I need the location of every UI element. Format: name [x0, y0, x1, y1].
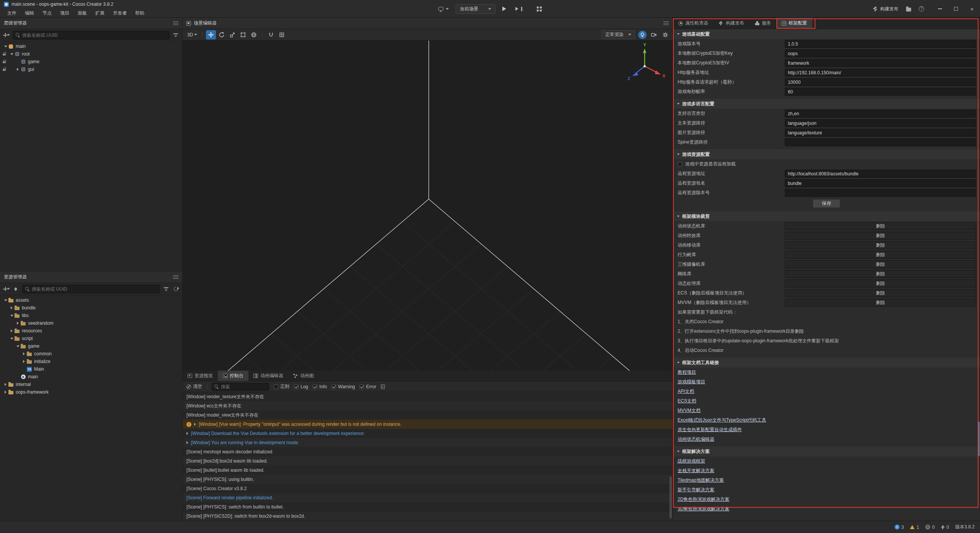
doc-link[interactable]: 新手引导解决方案	[678, 487, 714, 492]
doc-link[interactable]: 原生包热更新配置自动生成插件	[678, 427, 742, 432]
tab-framework-config[interactable]: 框架配置	[776, 18, 812, 29]
hierarchy-item-gui[interactable]: gui	[0, 65, 182, 73]
log-row[interactable]: [Window] ecs文件夹不存在	[183, 401, 673, 410]
asset-item-common[interactable]: common	[0, 350, 182, 358]
expand-arrow-icon[interactable]	[186, 441, 188, 444]
tab-service[interactable]: 服务	[750, 18, 776, 29]
field-input[interactable]: 1.0.5	[785, 40, 976, 48]
doc-link[interactable]: 2D角色扮演游戏解决方案	[678, 497, 729, 502]
assets-refresh-button[interactable]	[172, 286, 179, 293]
expand-arrow-icon[interactable]	[9, 306, 14, 309]
tool-rotate-button[interactable]	[217, 30, 227, 39]
doc-link[interactable]: MVVM文档	[678, 408, 701, 413]
delete-button[interactable]: 删除	[785, 222, 976, 230]
create-asset-button[interactable]	[3, 286, 10, 293]
upload-counter[interactable]: 0	[941, 525, 949, 530]
delete-button[interactable]: 删除	[785, 270, 976, 278]
doc-link[interactable]: API文档	[678, 389, 694, 394]
render-mode-selector[interactable]: 正常渲染	[601, 30, 635, 39]
asset-item-seedrandom[interactable]: seedrandom	[0, 319, 182, 327]
play-button[interactable]	[500, 5, 508, 13]
expand-arrow-icon[interactable]	[3, 299, 8, 301]
console-search-input[interactable]	[212, 383, 269, 391]
preview-scene-selector[interactable]: 当前场景	[456, 4, 495, 14]
help-button[interactable]: ?	[916, 5, 926, 13]
assets-menu-icon[interactable]	[173, 274, 178, 280]
expand-arrow-icon[interactable]	[21, 360, 26, 363]
asset-item-libs[interactable]: libs	[0, 312, 182, 319]
warning-counter[interactable]: 1	[910, 525, 919, 530]
asset-item-main[interactable]: main	[0, 373, 182, 381]
expand-arrow-icon[interactable]	[9, 53, 14, 55]
menu-item[interactable]: 编辑	[21, 9, 38, 17]
step-button[interactable]	[513, 5, 524, 13]
assets-search-field[interactable]	[32, 286, 157, 292]
field-input[interactable]	[785, 189, 976, 197]
regex-toggle[interactable]: 正则	[274, 383, 289, 390]
scene-light-toggle[interactable]	[638, 31, 647, 39]
tab-property-inspector[interactable]: 属性检查器	[673, 18, 714, 29]
log-row[interactable]: [Window] render_texture文件夹不存在	[183, 392, 673, 401]
tab-build-publish[interactable]: 构建发布	[714, 18, 750, 29]
doc-link[interactable]: Excel格式转Json文件与TypeScript代码工具	[678, 417, 766, 423]
orientation-gizmo[interactable]: Y X Z	[622, 41, 667, 87]
filter-info[interactable]: Info	[313, 384, 327, 389]
hierarchy-item-root[interactable]: root	[0, 50, 182, 58]
menu-item[interactable]: 节点	[39, 9, 55, 17]
asset-item-script[interactable]: script	[0, 335, 182, 342]
clear-console-button[interactable]: 清空	[186, 383, 202, 390]
field-input[interactable]: bundle	[785, 179, 976, 187]
section-header[interactable]: 游戏多语言配置	[673, 99, 980, 109]
doc-link[interactable]: 全栈开发解决方案	[678, 468, 714, 473]
menu-item[interactable]: 文件	[4, 9, 20, 17]
tool-scale-button[interactable]	[227, 30, 237, 39]
dimension-toggle-button[interactable]: 3D	[186, 30, 199, 39]
hierarchy-item-main[interactable]: main	[0, 43, 182, 50]
expand-arrow-icon[interactable]	[3, 391, 8, 394]
assets-filter-button[interactable]	[163, 286, 170, 293]
assets-search-input[interactable]	[22, 285, 160, 293]
expand-arrow-icon[interactable]	[186, 432, 188, 435]
asset-item-bundle[interactable]: bundle	[0, 304, 182, 312]
log-row[interactable]: [Scene] [bullet]:bullet wasm lib loaded.	[183, 466, 673, 475]
doc-link[interactable]: 动画状态机编辑器	[678, 437, 714, 442]
doc-link[interactable]: 战棋游戏框架	[678, 458, 705, 464]
expand-arrow-icon[interactable]	[3, 46, 8, 47]
tool-transform-space-button[interactable]	[249, 30, 259, 39]
tab-animation-editor[interactable]: 动画编辑器	[248, 371, 288, 381]
section-header[interactable]: 框架解决方案	[673, 446, 980, 456]
scene-camera-button[interactable]	[650, 31, 658, 39]
field-input[interactable]: framework	[785, 59, 976, 67]
field-input[interactable]: http://192.168.0.150/main/	[785, 69, 976, 77]
asset-item-initialize[interactable]: initialize	[0, 358, 182, 365]
log-row[interactable]: [Scene] [PHYSICS]: using builtin.	[183, 475, 673, 484]
log-row[interactable]: [Scene] [box2d]:box2d wasm lib loaded.	[183, 456, 673, 466]
section-header[interactable]: 框架文档工具链接	[673, 358, 980, 368]
field-input[interactable]: http://localhost:8083/assets/bundle	[785, 170, 976, 178]
delete-button[interactable]: 删除	[785, 241, 976, 249]
open-project-folder-button[interactable]	[904, 5, 913, 13]
asset-item-internal[interactable]: internal	[0, 381, 182, 388]
section-header[interactable]: 游戏基础配置	[673, 29, 980, 39]
filter-error[interactable]: Error	[359, 384, 376, 389]
hierarchy-search-field[interactable]	[22, 33, 167, 38]
doc-link[interactable]: Tiledmap地图解决方案	[678, 477, 724, 483]
log-row[interactable]: [Scene] [PHYSICS]: switch from builtin t…	[183, 502, 673, 512]
field-input[interactable]: zh,en	[785, 110, 976, 118]
inspector-scrollbar[interactable]	[978, 422, 980, 456]
menu-item[interactable]: 开发者	[109, 9, 130, 17]
field-input[interactable]	[785, 138, 976, 146]
scene-menu-icon[interactable]	[663, 20, 669, 26]
log-row[interactable]: [Scene] meshopt wasm decoder initialized	[183, 447, 673, 456]
section-header[interactable]: 游戏资源配置	[673, 149, 980, 159]
expand-arrow-icon[interactable]	[21, 352, 26, 355]
scene-settings-button[interactable]	[661, 31, 670, 39]
doc-link[interactable]: ECS文档	[678, 398, 696, 404]
menu-item[interactable]: 面板	[74, 9, 90, 17]
tab-animation-graph[interactable]: 动画图	[288, 371, 319, 381]
console-search-field[interactable]	[221, 384, 266, 389]
log-settings-button[interactable]	[381, 384, 385, 389]
tab-assets-preview[interactable]: 资源预览	[183, 371, 218, 381]
grid-snap-button[interactable]	[277, 30, 287, 39]
expand-arrow-icon[interactable]	[3, 383, 8, 386]
